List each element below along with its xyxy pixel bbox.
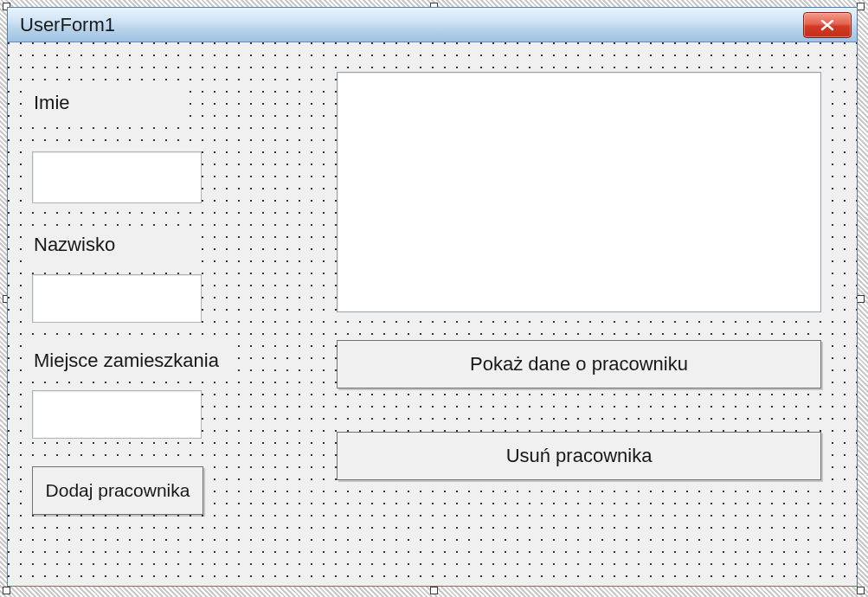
userform-window: UserForm1 Imie Nazwisko Miejsce zamieszk…: [7, 7, 858, 587]
label-miejsce: Miejsce zamieszkania: [29, 345, 228, 378]
form-body: Imie Nazwisko Miejsce zamieszkania Dodaj…: [8, 42, 857, 586]
close-icon: [820, 19, 835, 31]
resize-handle-ne[interactable]: [857, 3, 865, 10]
resize-handle-sw[interactable]: [3, 587, 10, 594]
close-button[interactable]: [803, 12, 852, 38]
input-nazwisko[interactable]: [32, 274, 202, 323]
resize-handle-s[interactable]: [430, 587, 438, 594]
label-nazwisko: Nazwisko: [29, 229, 202, 262]
design-surface: UserForm1 Imie Nazwisko Miejsce zamieszk…: [0, 0, 868, 597]
employee-listbox[interactable]: [337, 72, 821, 312]
label-imie: Imie: [29, 87, 184, 120]
add-employee-button[interactable]: Dodaj pracownika: [32, 466, 203, 515]
show-employee-button[interactable]: Pokaż dane o pracowniku: [337, 340, 821, 388]
input-imie[interactable]: [32, 151, 202, 203]
input-miejsce[interactable]: [32, 390, 202, 439]
resize-handle-e[interactable]: [857, 295, 865, 303]
resize-handle-se[interactable]: [857, 587, 865, 594]
delete-employee-button[interactable]: Usuń pracownika: [337, 432, 821, 480]
titlebar[interactable]: UserForm1: [8, 8, 857, 42]
window-title: UserForm1: [20, 14, 803, 36]
